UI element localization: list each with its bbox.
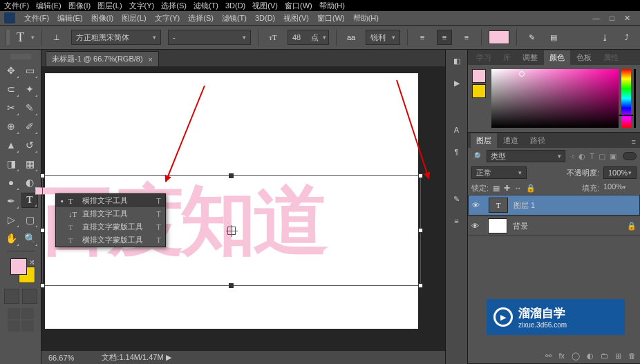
menu-filter[interactable]: 滤镜(T) bbox=[218, 12, 250, 25]
status-zoom[interactable]: 66.67% bbox=[48, 354, 74, 362]
paragraph-panel-icon[interactable]: ¶ bbox=[450, 145, 464, 159]
orientation-toggle[interactable]: ⊥ bbox=[49, 30, 64, 45]
path-select-tool[interactable]: ▷ bbox=[3, 211, 19, 228]
crop-tool[interactable]: ✂ bbox=[3, 99, 19, 116]
window-max-icon[interactable]: □ bbox=[610, 14, 614, 23]
flyout-vertical-type-mask[interactable]: T直排文字蒙版工具T bbox=[56, 220, 165, 233]
character-panel-button[interactable]: ▤ bbox=[546, 30, 561, 45]
filter-smart-icon[interactable]: ▣ bbox=[610, 152, 617, 161]
window-min-icon[interactable]: — bbox=[592, 14, 600, 23]
opacity-input[interactable]: 100%▾ bbox=[603, 166, 637, 179]
picker-fg-swatch[interactable] bbox=[472, 69, 486, 83]
blend-mode-select[interactable]: 正常▾ bbox=[471, 166, 527, 179]
history-brush-tool[interactable]: ↺ bbox=[21, 137, 38, 153]
lock-all-icon[interactable]: 🔒 bbox=[526, 184, 536, 193]
layer-name[interactable]: 图层 1 bbox=[514, 200, 535, 211]
menu-image[interactable]: 图像(I) bbox=[88, 12, 117, 25]
tab-layers[interactable]: 图层 bbox=[471, 133, 497, 148]
align-center-button[interactable]: ≡ bbox=[437, 30, 452, 45]
menu-3d[interactable]: 3D(D) bbox=[252, 12, 279, 23]
brush-panel-icon[interactable]: ✎ bbox=[450, 192, 464, 206]
filter-type-icon[interactable]: T bbox=[590, 152, 594, 161]
flyout-horizontal-type-mask[interactable]: T横排文字蒙版工具T bbox=[56, 233, 165, 247]
link-layers-icon[interactable]: ⚯ bbox=[545, 352, 552, 361]
lasso-tool[interactable]: ⊂ bbox=[3, 81, 19, 97]
menu-type[interactable]: 文字(Y) bbox=[151, 12, 184, 25]
preset-chevron-icon[interactable]: ▾ bbox=[31, 34, 35, 41]
adjustment-layer-icon[interactable]: ◐ bbox=[587, 352, 594, 361]
layer-visibility-icon[interactable]: 👁 bbox=[471, 222, 482, 230]
stamp-tool[interactable]: ▲ bbox=[3, 137, 19, 153]
move-tool[interactable]: ✥ bbox=[3, 62, 19, 79]
eyedropper-tool[interactable]: ✎ bbox=[21, 99, 38, 116]
clone-panel-icon[interactable]: ≡ bbox=[450, 214, 464, 228]
hue-slider[interactable] bbox=[621, 69, 631, 128]
actions-panel-icon[interactable]: ▶ bbox=[450, 76, 464, 90]
filter-adjust-icon[interactable]: ◐ bbox=[578, 152, 585, 161]
brush-tool[interactable]: ✐ bbox=[21, 118, 38, 135]
text-color-swatch[interactable] bbox=[489, 30, 509, 44]
artboard-tool[interactable]: ▭ bbox=[21, 62, 38, 79]
hand-tool[interactable]: ✋ bbox=[3, 230, 19, 247]
font-size-select[interactable]: 48 点▾ bbox=[288, 30, 329, 45]
tab-paths[interactable]: 路径 bbox=[525, 133, 551, 148]
flyout-vertical-type[interactable]: ↓T直排文字工具T bbox=[56, 207, 165, 220]
new-layer-icon[interactable]: ⊞ bbox=[615, 352, 621, 361]
character-panel-icon[interactable]: A bbox=[450, 123, 464, 137]
pen-tool[interactable]: ✒ bbox=[3, 193, 19, 209]
quick-select-tool[interactable]: ✦ bbox=[21, 81, 38, 97]
tab-adjustments[interactable]: 调整 bbox=[517, 50, 543, 65]
heal-tool[interactable]: ⊕ bbox=[3, 118, 19, 135]
lock-artboard-icon[interactable]: ↔ bbox=[514, 184, 522, 192]
filter-toggle[interactable] bbox=[623, 152, 637, 160]
align-left-button[interactable]: ≡ bbox=[415, 30, 430, 45]
menu-file[interactable]: 文件(F) bbox=[21, 12, 53, 25]
filter-shape-icon[interactable]: ▢ bbox=[599, 152, 605, 161]
font-family-select[interactable]: 方正粗黑宋简体▾ bbox=[71, 30, 161, 45]
tab-color[interactable]: 颜色 bbox=[544, 50, 570, 65]
close-tab-icon[interactable]: × bbox=[149, 55, 153, 64]
layer-group-icon[interactable]: 🗀 bbox=[601, 352, 608, 361]
tab-libraries[interactable]: 库 bbox=[498, 50, 516, 65]
color-picker[interactable] bbox=[472, 69, 636, 128]
document-tab[interactable]: 未标题-1 @ 66.7%(RGB/8) × bbox=[46, 51, 159, 66]
tab-swatches[interactable]: 色板 bbox=[571, 50, 597, 65]
layer-search-icon[interactable]: 🔎 bbox=[471, 152, 484, 161]
filter-pixel-icon[interactable]: ▫ bbox=[572, 152, 574, 161]
blur-tool[interactable]: ● bbox=[3, 174, 19, 191]
layer-filter-select[interactable]: 类型▾ bbox=[487, 150, 565, 162]
layer-fx-icon[interactable]: fx bbox=[558, 352, 565, 361]
panel-menu-icon[interactable]: ≡ bbox=[628, 135, 640, 148]
tab-properties[interactable]: 属性 bbox=[598, 50, 624, 65]
layer-visibility-icon[interactable]: 👁 bbox=[472, 201, 483, 209]
cancel-button[interactable]: ⭳ bbox=[597, 30, 612, 45]
color-field[interactable] bbox=[491, 69, 619, 128]
standard-mode-button[interactable] bbox=[4, 289, 19, 304]
delete-layer-icon[interactable]: 🗑 bbox=[628, 352, 636, 361]
fg-color-swatch[interactable] bbox=[10, 258, 27, 275]
layer-name[interactable]: 背景 bbox=[513, 221, 528, 231]
history-panel-icon[interactable]: ◧ bbox=[450, 54, 464, 68]
swap-colors-icon[interactable]: ⤭ bbox=[29, 258, 35, 266]
share-button[interactable]: ⤴ bbox=[619, 30, 634, 45]
layer-lock-icon[interactable]: 🔒 bbox=[627, 222, 637, 231]
flyout-horizontal-type[interactable]: ▪T横排文字工具T bbox=[56, 194, 165, 207]
menu-view[interactable]: 视图(V) bbox=[280, 12, 312, 25]
tab-learn[interactable]: 学习 bbox=[471, 50, 497, 65]
menu-layer[interactable]: 图层(L) bbox=[118, 12, 149, 25]
warp-text-button[interactable]: ✎ bbox=[524, 30, 539, 45]
layer-row[interactable]: 👁 T 图层 1 bbox=[468, 195, 640, 215]
lock-pixels-icon[interactable]: ▦ bbox=[493, 184, 500, 193]
fill-input[interactable]: 100%▾ bbox=[603, 182, 637, 193]
picker-bg-swatch[interactable] bbox=[472, 84, 486, 98]
tab-channels[interactable]: 通道 bbox=[498, 133, 524, 148]
window-close-icon[interactable]: ✕ bbox=[624, 14, 630, 23]
font-weight-select[interactable]: -▾ bbox=[168, 30, 251, 45]
layer-row[interactable]: 👁 背景 🔒 bbox=[468, 215, 640, 236]
menu-window[interactable]: 窗口(W) bbox=[314, 12, 348, 25]
antialias-select[interactable]: 锐利▾ bbox=[366, 30, 400, 45]
align-right-button[interactable]: ≡ bbox=[459, 30, 474, 45]
menu-select[interactable]: 选择(S) bbox=[185, 12, 217, 25]
color-fg-bg[interactable]: ⤭ bbox=[10, 258, 35, 283]
menu-help[interactable]: 帮助(H) bbox=[350, 12, 382, 25]
